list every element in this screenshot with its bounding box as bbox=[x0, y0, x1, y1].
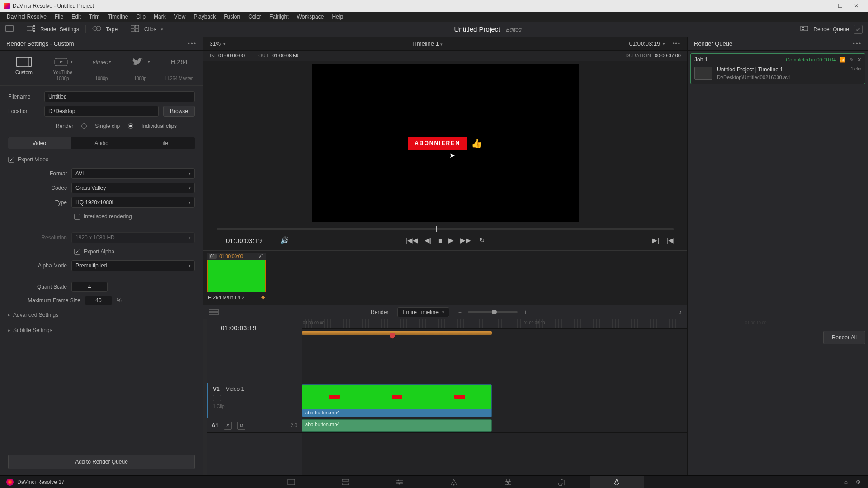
panel-options-icon[interactable]: ••• bbox=[188, 40, 197, 47]
location-input[interactable] bbox=[44, 106, 159, 117]
window-close-button[interactable]: ✕ bbox=[848, 0, 864, 12]
radio-individual-clips[interactable] bbox=[128, 123, 133, 129]
export-alpha-checkbox[interactable] bbox=[74, 249, 80, 255]
page-fusion[interactable] bbox=[427, 476, 481, 488]
remove-job-icon[interactable]: ✕ bbox=[857, 57, 861, 63]
zoom-out-button[interactable]: − bbox=[458, 309, 462, 315]
edit-job-icon[interactable]: ✎ bbox=[849, 57, 854, 63]
zoom-slider-handle[interactable] bbox=[492, 310, 497, 314]
render-range-select[interactable]: Entire Timeline▾ bbox=[397, 307, 449, 317]
subtitle-settings-toggle[interactable]: ▸ Subtitle Settings bbox=[8, 324, 195, 336]
home-icon[interactable]: ⌂ bbox=[844, 479, 848, 485]
go-to-end-button[interactable]: ▶▶| bbox=[460, 236, 473, 244]
advanced-settings-toggle[interactable]: ▸ Advanced Settings bbox=[8, 309, 195, 321]
render-settings-icon[interactable] bbox=[27, 25, 36, 33]
type-select[interactable]: HQ 1920x1080i▾ bbox=[71, 197, 195, 208]
window-minimize-button[interactable]: ─ bbox=[816, 0, 832, 12]
video-track[interactable]: abo button.mp4 bbox=[302, 383, 687, 418]
zoom-level[interactable]: 31% bbox=[210, 41, 221, 47]
clip-thumbnail[interactable] bbox=[207, 260, 266, 292]
playhead-timecode[interactable]: 01:00:03:19 bbox=[629, 40, 660, 47]
settings-icon[interactable]: ⚙ bbox=[856, 479, 861, 485]
export-video-checkbox[interactable] bbox=[8, 157, 14, 163]
audio-track[interactable]: abo button.mp4 bbox=[302, 418, 687, 433]
tab-file[interactable]: File bbox=[132, 137, 195, 149]
preset-custom[interactable]: Custom bbox=[5, 54, 43, 85]
menu-fusion[interactable]: Fusion bbox=[220, 12, 244, 21]
preset-vimeo[interactable]: vimeo▾ . 1080p bbox=[82, 54, 121, 85]
menu-color[interactable]: Color bbox=[244, 12, 265, 21]
single-clip-label[interactable]: Single clip bbox=[95, 123, 120, 129]
audio-clip[interactable]: abo button.mp4 bbox=[302, 419, 492, 432]
menu-trim[interactable]: Trim bbox=[85, 12, 104, 21]
individual-clips-label[interactable]: Individual clips bbox=[142, 123, 177, 129]
add-to-render-queue-button[interactable]: Add to Render Queue bbox=[8, 455, 195, 469]
render-settings-label[interactable]: Render Settings bbox=[40, 26, 79, 33]
filename-input[interactable] bbox=[44, 91, 195, 102]
play-button[interactable]: ▶ bbox=[448, 236, 454, 244]
menu-davinci[interactable]: DaVinci Resolve bbox=[3, 12, 51, 21]
step-back-button[interactable]: ◀| bbox=[425, 236, 432, 244]
panel-options-icon[interactable]: ••• bbox=[853, 40, 862, 47]
expand-button[interactable]: ⤢ bbox=[854, 25, 863, 34]
remote-render-icon[interactable]: 📶 bbox=[840, 57, 846, 63]
track-enable-toggle[interactable] bbox=[213, 395, 221, 401]
clips-label[interactable]: Clips bbox=[144, 26, 156, 33]
interlaced-checkbox[interactable] bbox=[74, 214, 80, 220]
playhead[interactable] bbox=[392, 337, 392, 460]
menu-clip[interactable]: Clip bbox=[132, 12, 150, 21]
alpha-mode-select[interactable]: Premultiplied▾ bbox=[71, 260, 195, 271]
menu-workspace[interactable]: Workspace bbox=[293, 12, 328, 21]
audio-track-header[interactable]: A1 S M 2.0 bbox=[207, 418, 302, 433]
quant-scale-input[interactable] bbox=[71, 282, 108, 292]
next-edit-button[interactable]: ▶| bbox=[652, 236, 659, 244]
timeline-ruler[interactable]: 01:00:00:00 01:00:05:00 01:00:10:00 bbox=[302, 319, 687, 329]
window-maximize-button[interactable]: ☐ bbox=[832, 0, 848, 12]
format-select[interactable]: AVI▾ bbox=[71, 168, 195, 179]
timeline-view-icon[interactable] bbox=[209, 309, 219, 316]
menu-mark[interactable]: Mark bbox=[150, 12, 170, 21]
render-job-card[interactable]: Job 1 Completed in 00:00:04 📶 ✎ ✕ Untitl… bbox=[690, 53, 865, 84]
codec-select[interactable]: Grass Valley▾ bbox=[71, 183, 195, 193]
preset-twitter[interactable]: ▾ . 1080p bbox=[121, 54, 160, 85]
mute-button[interactable]: M bbox=[237, 422, 245, 430]
video-viewer[interactable]: ABONNIEREN 👍 ➤ bbox=[312, 64, 579, 222]
menu-timeline[interactable]: Timeline bbox=[104, 12, 132, 21]
menu-file[interactable]: File bbox=[51, 12, 67, 21]
volume-icon[interactable]: 🔊 bbox=[280, 236, 289, 244]
render-queue-label[interactable]: Render Queue bbox=[813, 26, 849, 33]
menu-help[interactable]: Help bbox=[328, 12, 347, 21]
menu-fairlight[interactable]: Fairlight bbox=[265, 12, 293, 21]
render-all-button[interactable]: Render All bbox=[823, 331, 865, 344]
tc-chevron-icon[interactable]: ▾ bbox=[663, 42, 665, 46]
max-frame-size-input[interactable] bbox=[85, 296, 112, 305]
page-color[interactable] bbox=[481, 476, 535, 488]
menu-edit[interactable]: Edit bbox=[67, 12, 85, 21]
tab-audio[interactable]: Audio bbox=[71, 137, 133, 149]
clips-icon[interactable] bbox=[131, 25, 140, 33]
loop-button[interactable]: ↻ bbox=[479, 236, 485, 244]
render-range-indicator[interactable] bbox=[302, 331, 492, 335]
menu-playback[interactable]: Playback bbox=[189, 12, 220, 21]
tape-label[interactable]: Tape bbox=[106, 26, 118, 33]
preset-youtube[interactable]: ▾ YouTube 1080p bbox=[43, 54, 82, 85]
page-deliver[interactable] bbox=[590, 476, 644, 488]
video-clip[interactable]: abo button.mp4 bbox=[302, 384, 492, 417]
go-to-start-button[interactable]: |◀◀ bbox=[406, 236, 418, 244]
preset-h264[interactable]: H.264 . H.264 Master bbox=[160, 54, 198, 85]
tab-video[interactable]: Video bbox=[8, 137, 71, 149]
viewer-options-icon[interactable]: ••• bbox=[672, 41, 681, 47]
render-queue-icon[interactable] bbox=[800, 25, 809, 33]
solo-button[interactable]: S bbox=[224, 422, 232, 430]
page-media[interactable] bbox=[264, 476, 318, 488]
zoom-in-button[interactable]: + bbox=[524, 309, 527, 315]
fullscreen-icon[interactable] bbox=[5, 25, 14, 33]
video-track-header[interactable]: V1 Video 1 1 Clip bbox=[207, 383, 302, 418]
page-fairlight[interactable] bbox=[535, 476, 590, 488]
clip-card[interactable]: 01 01:00:00:00 V1 H.264 Main L4.2 ◆ bbox=[207, 253, 266, 303]
stop-button[interactable]: ■ bbox=[438, 237, 442, 244]
zoom-slider[interactable] bbox=[468, 311, 518, 313]
timeline-chevron-icon[interactable]: ▾ bbox=[440, 42, 443, 47]
browse-button[interactable]: Browse bbox=[163, 106, 195, 117]
page-edit[interactable] bbox=[373, 476, 427, 488]
